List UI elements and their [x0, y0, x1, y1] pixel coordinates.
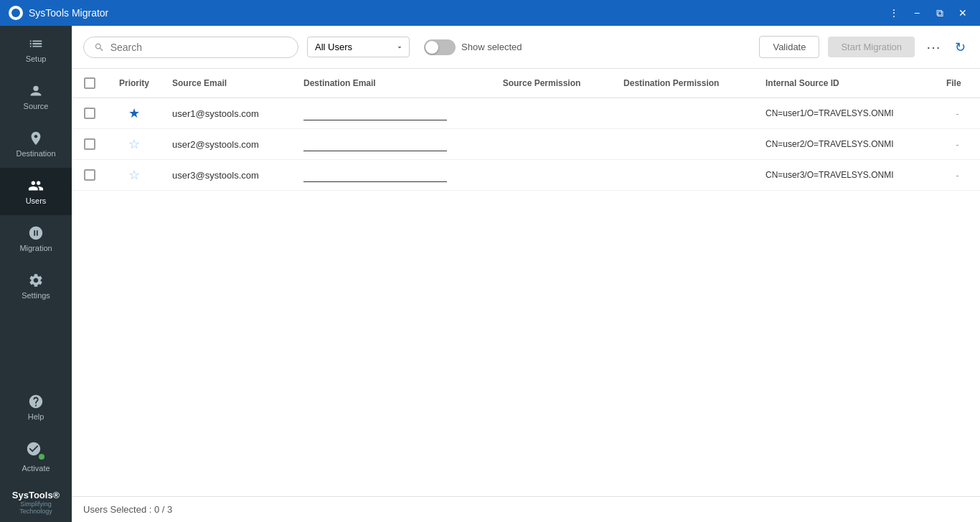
users-selected-count: Users Selected : 0 / 3	[83, 504, 172, 515]
col-file: File	[935, 69, 980, 98]
brand-sub: Simplifying Technology	[6, 500, 66, 515]
sidebar-item-help[interactable]: Help	[0, 384, 72, 431]
sidebar-item-source[interactable]: Source	[0, 73, 72, 120]
refresh-button[interactable]: ↻	[952, 37, 969, 58]
sidebar-label-help: Help	[28, 412, 44, 421]
internal-source-id-2: CN=user3/O=TRAVELSYS.ONMI	[754, 160, 935, 191]
source-email-2: user3@systools.com	[161, 160, 292, 191]
users-table: Priority Source Email Destination Email …	[72, 69, 980, 191]
menu-button[interactable]: ⋮	[885, 4, 903, 22]
svg-point-0	[11, 9, 20, 17]
show-selected-label: Show selected	[461, 42, 522, 52]
source-permission-0	[491, 98, 612, 129]
app-body: Setup Source Destination Users Migration…	[0, 26, 980, 522]
source-email-0: user1@systools.com	[161, 98, 292, 129]
row-checkbox-0[interactable]	[84, 108, 95, 119]
priority-star-0[interactable]: ★	[128, 106, 140, 120]
col-checkbox	[72, 69, 108, 98]
internal-source-id-0: CN=user1/O=TRAVELSYS.ONMI	[754, 98, 935, 129]
more-options-button[interactable]: ⋯	[923, 36, 943, 59]
source-email-1: user2@systools.com	[161, 129, 292, 160]
close-button[interactable]: ✕	[954, 4, 971, 22]
dest-permission-0	[612, 98, 754, 129]
internal-source-id-1: CN=user2/O=TRAVELSYS.ONMI	[754, 129, 935, 160]
file-1: -	[935, 129, 980, 160]
sidebar-item-settings[interactable]: Settings	[0, 262, 72, 310]
search-box[interactable]	[83, 37, 298, 58]
maximize-button[interactable]: ⧉	[931, 4, 948, 22]
window-controls[interactable]: ⋮ − ⧉ ✕	[885, 4, 971, 22]
start-migration-button: Start Migration	[828, 37, 915, 57]
sidebar-item-activate[interactable]: Activate	[0, 431, 72, 483]
table-row: ★user1@systools.comCN=user1/O=TRAVELSYS.…	[72, 98, 980, 129]
title-bar-left: SysTools Migrator	[9, 6, 108, 20]
dest-permission-2	[612, 160, 754, 191]
sidebar-item-setup[interactable]: Setup	[0, 26, 72, 73]
col-destination-email: Destination Email	[292, 69, 491, 98]
dest-email-input-2[interactable]	[303, 168, 447, 182]
sidebar-bottom: Help Activate SysTools® Simplifying Tech…	[0, 384, 72, 522]
app-title: SysTools Migrator	[29, 7, 108, 19]
validate-button[interactable]: Validate	[759, 36, 819, 58]
search-input[interactable]	[110, 42, 288, 53]
content-area: All Users Selected Users Unselected User…	[72, 26, 980, 522]
branding: SysTools® Simplifying Technology	[0, 483, 72, 522]
toolbar: All Users Selected Users Unselected User…	[72, 26, 980, 69]
file-2: -	[935, 160, 980, 191]
col-destination-permission: Destination Permission	[612, 69, 754, 98]
sidebar: Setup Source Destination Users Migration…	[0, 26, 72, 522]
users-table-container: Priority Source Email Destination Email …	[72, 69, 980, 496]
activate-badge	[26, 441, 46, 461]
show-selected-toggle-container: Show selected	[424, 39, 522, 55]
sidebar-label-destination: Destination	[16, 149, 55, 158]
col-source-email: Source Email	[161, 69, 292, 98]
row-checkbox-2[interactable]	[84, 169, 95, 181]
sidebar-item-destination[interactable]: Destination	[0, 120, 72, 168]
file-0: -	[935, 98, 980, 129]
col-internal-source-id: Internal Source ID	[754, 69, 935, 98]
source-permission-2	[491, 160, 612, 191]
show-selected-toggle[interactable]	[424, 39, 456, 55]
sidebar-item-migration[interactable]: Migration	[0, 215, 72, 262]
sidebar-label-source: Source	[24, 102, 49, 110]
col-source-permission: Source Permission	[491, 69, 612, 98]
activate-green-dot	[37, 452, 46, 461]
sidebar-label-migration: Migration	[19, 244, 52, 252]
brand-name: SysTools®	[6, 490, 66, 500]
col-priority: Priority	[108, 69, 161, 98]
user-filter-select[interactable]: All Users Selected Users Unselected User…	[307, 37, 410, 57]
svg-point-1	[33, 86, 38, 91]
app-icon	[9, 6, 23, 20]
filter-wrapper: All Users Selected Users Unselected User…	[307, 37, 410, 57]
source-permission-1	[491, 129, 612, 160]
sidebar-label-activate: Activate	[22, 464, 50, 473]
sidebar-item-users[interactable]: Users	[0, 168, 72, 215]
title-bar: SysTools Migrator ⋮ − ⧉ ✕	[0, 0, 980, 26]
dest-email-input-0[interactable]	[303, 106, 447, 120]
sidebar-label-setup: Setup	[26, 54, 47, 63]
sidebar-label-users: Users	[26, 196, 47, 205]
dest-email-input-1[interactable]	[303, 137, 447, 151]
search-icon	[94, 42, 105, 53]
sidebar-label-settings: Settings	[22, 291, 50, 300]
dest-permission-1	[612, 129, 754, 160]
row-checkbox-1[interactable]	[84, 138, 95, 150]
select-all-checkbox[interactable]	[84, 77, 95, 89]
table-row: ☆user3@systools.comCN=user3/O=TRAVELSYS.…	[72, 160, 980, 191]
priority-star-1[interactable]: ☆	[128, 137, 140, 151]
table-row: ☆user2@systools.comCN=user2/O=TRAVELSYS.…	[72, 129, 980, 160]
minimize-button[interactable]: −	[908, 4, 925, 22]
priority-star-2[interactable]: ☆	[128, 168, 140, 182]
table-header-row: Priority Source Email Destination Email …	[72, 69, 980, 98]
footer: Users Selected : 0 / 3	[72, 496, 980, 522]
